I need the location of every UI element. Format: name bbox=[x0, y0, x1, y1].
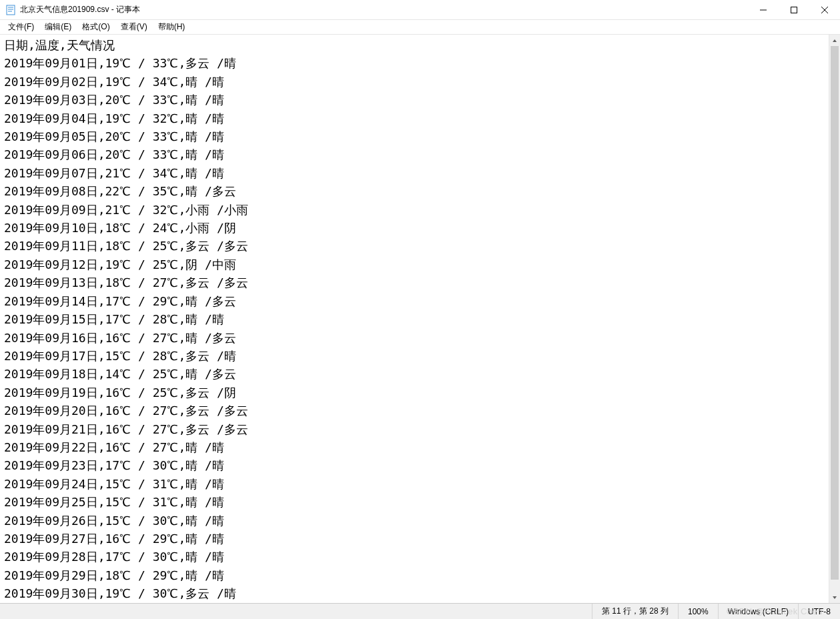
text-editor[interactable]: 日期,温度,天气情况 2019年09月01日,19℃ / 33℃,多云 /晴 2… bbox=[0, 35, 829, 603]
menu-file[interactable]: 文件(F) bbox=[3, 20, 39, 34]
content-area: 日期,温度,天气情况 2019年09月01日,19℃ / 33℃,多云 /晴 2… bbox=[0, 35, 840, 603]
menu-help[interactable]: 帮助(H) bbox=[153, 20, 191, 34]
vertical-scrollbar[interactable] bbox=[829, 35, 840, 603]
status-zoom: 100% bbox=[678, 604, 718, 619]
minimize-button[interactable] bbox=[748, 0, 779, 19]
svg-rect-5 bbox=[791, 7, 797, 13]
scroll-up-arrow-icon[interactable] bbox=[829, 35, 840, 46]
svg-marker-9 bbox=[833, 596, 837, 599]
close-button[interactable] bbox=[809, 0, 840, 19]
notepad-icon bbox=[5, 5, 16, 15]
svg-rect-0 bbox=[7, 5, 15, 15]
svg-marker-8 bbox=[833, 39, 837, 42]
window-title: 北京天气信息201909.csv - 记事本 bbox=[20, 4, 748, 15]
menu-format[interactable]: 格式(O) bbox=[77, 20, 115, 34]
menu-edit[interactable]: 编辑(E) bbox=[39, 20, 77, 34]
status-line-ending: Windows (CRLF) bbox=[718, 604, 798, 619]
status-cursor-position: 第 11 行，第 28 列 bbox=[592, 604, 678, 619]
status-encoding: UTF-8 bbox=[798, 604, 840, 619]
menu-view[interactable]: 查看(V) bbox=[115, 20, 153, 34]
maximize-button[interactable] bbox=[779, 0, 809, 19]
scroll-thumb[interactable] bbox=[831, 46, 839, 580]
scroll-down-arrow-icon[interactable] bbox=[829, 592, 840, 603]
window-controls bbox=[748, 0, 840, 19]
titlebar: 北京天气信息201909.csv - 记事本 bbox=[0, 0, 840, 20]
menubar: 文件(F) 编辑(E) 格式(O) 查看(V) 帮助(H) bbox=[0, 20, 840, 35]
statusbar: 第 11 行，第 28 列 100% Windows (CRLF) UTF-8 bbox=[0, 603, 840, 619]
